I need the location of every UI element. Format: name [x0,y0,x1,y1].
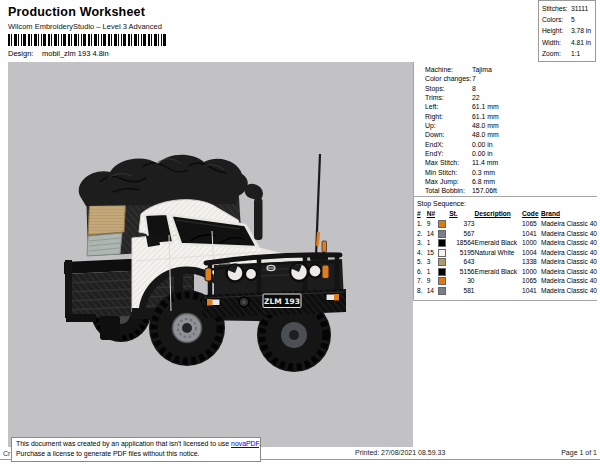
thread-cell: 373 [449,219,474,229]
thread-cell [475,286,523,296]
thread-color-swatch [438,258,446,266]
license-notice: This document was created by an applicat… [11,437,261,462]
mudflap [100,316,120,340]
thread-cell: 567 [449,229,474,239]
thread-row: 2.145671041Madeira Classic 40 [417,229,597,239]
thread-cell: 3 [427,257,439,267]
machine-info-panel: Machine:TajimaColor changes:7Stops:8Trim… [413,62,597,197]
thread-color-swatch [438,277,446,285]
info-label: Down: [425,130,472,139]
stop-sequence-table: #N#St.DescriptionCodeBrand 1.93731065Mad… [417,209,597,295]
thread-cell: 1004 [522,248,541,258]
thread-row: 5.36431338Madeira Classic 40 [417,257,597,267]
info-row: Left:61.1 mm [425,102,597,111]
design-value: mobil_zlm 193 4.8in [42,49,109,58]
info-row: Total Bobbin:157.06ft [425,186,597,195]
thread-cell: 7. [417,276,427,286]
info-value: 4.81 in [571,37,591,48]
info-value: 61.1 mm [472,112,499,121]
thread-color-cell [438,229,449,239]
header: Production Worksheet Wilcom EmbroiderySt… [8,5,166,69]
thread-cell: 8. [417,286,427,296]
info-value: 0.3 mm [472,168,495,177]
printed-timestamp: Printed: 27/08/2021 08.59.33 [355,449,445,456]
thread-row: 1.93731065Madeira Classic 40 [417,219,597,229]
truck-embroidery-illustration: ZLM 193 [8,62,413,447]
design-label: Design: [8,49,42,58]
thread-row: 4.155195Natural White1004Madeira Classic… [417,248,597,258]
info-label: Stops: [425,84,472,93]
thread-row: 7.9301065Madeira Classic 40 [417,276,597,286]
thread-cell: 2. [417,229,427,239]
thread-color-cell [438,286,449,296]
thread-color-cell [438,276,449,286]
thread-cell: Natural White [475,248,523,258]
thread-cell: 5195 [449,248,474,258]
thread-cell: 3. [417,238,427,248]
info-label: Max Stitch: [425,158,472,167]
thread-cell [475,229,523,239]
info-row: Trims:22 [425,93,597,102]
info-value: 0.00 in [472,149,493,158]
thread-cell: 1065 [522,219,541,229]
footer-truncated-text: Cr [3,450,10,457]
novapdf-link[interactable]: novaPDF [231,440,259,447]
thread-cell: 1 [427,238,439,248]
info-value: Tajima [472,65,492,74]
info-row: Min Stitch:0.3 mm [425,168,597,177]
thread-cell: 9 [427,219,439,229]
page-number: Page 1 of 1 [561,449,597,456]
info-row: Max Jump:6.8 mm [425,177,597,186]
info-row: Colors:5 [542,14,595,25]
thread-color-swatch [438,249,446,257]
info-value: 11.4 mm [472,158,498,167]
thread-cell: Madeira Classic 40 [541,276,597,286]
thread-cell: 1338 [522,257,541,267]
thread-color-cell [438,267,449,277]
info-value: 5 [571,14,575,25]
info-label: Machine: [425,65,472,74]
info-label: Trims: [425,93,472,102]
app-subtitle: Wilcom EmbroideryStudio – Level 3 Advanc… [8,22,166,31]
thread-cell: 1000 [522,267,541,277]
column-header: Brand [541,209,597,219]
info-value: 61.1 mm [472,102,499,111]
thread-color-swatch [438,287,446,295]
info-row: Width:4.81 in [542,37,595,48]
rooftop-swag [79,155,248,206]
thread-cell: 5. [417,257,427,267]
thread-cell: Madeira Classic 40 [541,267,597,277]
thread-cell: Madeira Classic 40 [541,238,597,248]
thread-color-swatch [438,239,446,247]
info-value: 6.8 mm [472,177,495,186]
info-value: 157.06ft [472,186,497,195]
design-barcode [8,34,166,46]
thread-cell [475,219,523,229]
info-label: Color changes: [425,74,472,83]
thread-color-cell [438,238,449,248]
page-title: Production Worksheet [8,5,166,19]
info-value: 7 [472,74,476,83]
notice-line1-text: This document was created by an applicat… [16,440,231,447]
stop-sequence-title: Stop Sequence: [417,200,597,207]
column-header: N# [427,209,439,219]
thread-cell: 30 [449,276,474,286]
thread-row: 8.145811041Madeira Classic 40 [417,286,597,296]
thread-cell: Madeira Classic 40 [541,286,597,296]
info-label: Total Bobbin: [425,186,472,195]
thread-row: 6.15156Emerald Black1000Madeira Classic … [417,267,597,277]
production-worksheet-page: Production Worksheet Wilcom EmbroiderySt… [0,0,600,464]
thread-cell: Madeira Classic 40 [541,248,597,258]
thread-cell: Madeira Classic 40 [541,219,597,229]
info-row: Down:48.0 mm [425,130,597,139]
stop-sequence-section: Stop Sequence: #N#St.DescriptionCodeBran… [413,197,597,301]
info-label: Right: [425,112,472,121]
info-row: Height:3.78 in [542,25,595,36]
info-value: 31111 [571,3,588,14]
info-row: EndY:0.00 in [425,149,597,158]
info-label: Min Stitch: [425,168,472,177]
info-row: Max Stitch:11.4 mm [425,158,597,167]
thread-row: 3.118564Emerald Black1000Madeira Classic… [417,238,597,248]
indicator-left [205,268,212,281]
license-plate-text: ZLM 193 [264,297,300,306]
